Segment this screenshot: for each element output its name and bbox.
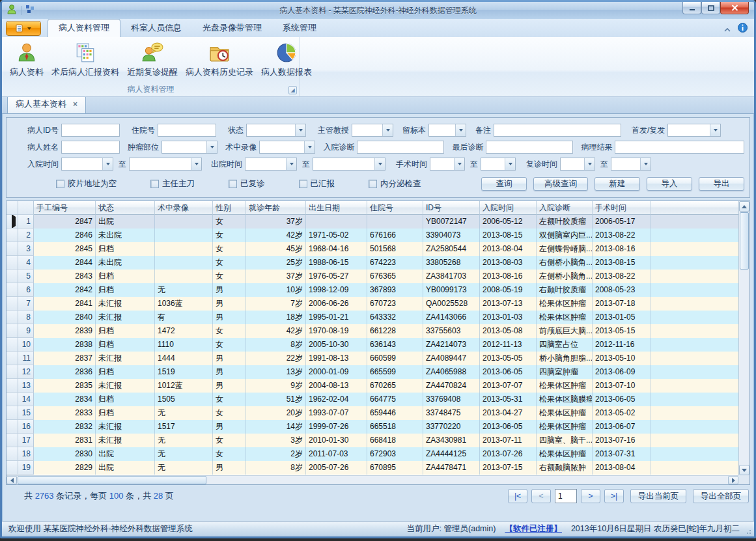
table-row[interactable]: 132835未汇报1012蓝男9岁2004-08-13670265ZA44708…	[7, 379, 738, 393]
table-row[interactable]: 52843归档女37岁1976-05-27676365ZA38417032013…	[7, 270, 738, 283]
table-row[interactable]: 82840未汇报有男18岁1995-01-21643332ZA414306620…	[7, 311, 738, 324]
maximize-button[interactable]	[701, 2, 720, 14]
application-menu-button[interactable]	[6, 21, 41, 36]
chevron-down-icon	[191, 158, 201, 170]
report-chart-icon	[275, 42, 298, 64]
admission-dx-input[interactable]	[357, 141, 444, 154]
column-header[interactable]: 出生日期	[306, 201, 367, 215]
scroll-down-icon[interactable]	[739, 465, 749, 475]
recent-followup-reminder-button[interactable]: 近期复诊提醒	[123, 40, 182, 79]
export-all-pages-button[interactable]: 导出全部页	[693, 489, 749, 503]
import-button[interactable]: 导入	[647, 177, 692, 191]
scroll-left-icon[interactable]	[7, 476, 17, 484]
tab-disc-video-management[interactable]: 光盘录像带管理	[192, 20, 272, 37]
checkbox-chief-surgeon[interactable]: 主任主刀	[150, 178, 195, 189]
scroll-up-icon[interactable]	[739, 201, 749, 212]
tab-close-icon[interactable]: ×	[73, 100, 77, 109]
first-page-button[interactable]: |<	[508, 489, 527, 503]
status-select[interactable]	[246, 124, 306, 137]
tab-system-management[interactable]: 系统管理	[272, 20, 327, 37]
current-page-input[interactable]	[555, 489, 577, 503]
advanced-query-button[interactable]: 高级查询	[533, 177, 588, 191]
dialog-launcher-icon[interactable]: ◢	[288, 86, 297, 94]
patient-data-report-button[interactable]: 病人数据报表	[257, 40, 316, 79]
tab-patient-data-management[interactable]: 病人资料管理	[48, 19, 120, 37]
first-recur-select[interactable]	[667, 124, 721, 137]
prev-page-button[interactable]: <	[531, 489, 551, 503]
remark-input[interactable]	[494, 124, 621, 137]
column-header[interactable]: 术中录像	[155, 201, 213, 215]
table-row[interactable]: 162832未汇报1517男14岁1999-07-266655183377022…	[7, 420, 738, 434]
table-row[interactable]: 182830出院无女2岁2011-07-03672903ZA4444125201…	[7, 447, 738, 461]
admission-time-from-select[interactable]	[61, 158, 113, 171]
inpatient-no-input[interactable]	[158, 124, 216, 137]
column-header[interactable]: 入院诊断	[537, 201, 593, 215]
surgery-time-to-select[interactable]	[481, 158, 516, 171]
intraop-video-select[interactable]	[259, 141, 315, 154]
minimize-button[interactable]	[682, 2, 701, 14]
column-header[interactable]: 就诊年龄	[246, 201, 306, 215]
specimen-select[interactable]	[428, 124, 466, 137]
info-icon[interactable]	[738, 23, 748, 35]
vscroll-thumb[interactable]	[740, 212, 749, 270]
close-button[interactable]	[720, 2, 749, 14]
table-row[interactable]: 102838归档1110女8岁2005-10-30636143ZA4214073…	[7, 338, 738, 352]
hscroll-thumb[interactable]	[18, 476, 206, 484]
column-header[interactable]: 手工编号	[34, 201, 96, 215]
table-row[interactable]: 112837未汇报1444男22岁1991-08-13660599ZA40894…	[7, 352, 738, 365]
column-header[interactable]: 住院号	[367, 201, 423, 215]
next-page-button[interactable]: >	[581, 489, 600, 503]
table-row[interactable]: 172831未汇报无女3岁2010-01-30668418ZA343098120…	[7, 434, 738, 447]
ribbon-collapse-icon[interactable]	[723, 23, 731, 35]
vertical-scrollbar[interactable]	[738, 201, 749, 475]
patient-name-input[interactable]	[61, 141, 120, 154]
column-header[interactable]: ID号	[423, 201, 480, 215]
grid-cell: 男	[213, 379, 246, 393]
table-row[interactable]: 192829出院无男8岁2005-07-26670895ZA4478471201…	[7, 461, 738, 475]
followup-time-from-select[interactable]	[560, 158, 595, 171]
tab-department-staff[interactable]: 科室人员信息	[120, 20, 192, 37]
query-button[interactable]: 查询	[481, 177, 527, 191]
table-row[interactable]: 142834归档1505女51岁1962-02-0466477533769408…	[7, 393, 738, 406]
patient-data-button[interactable]: 病人资料	[6, 40, 48, 79]
column-header[interactable]: 性别	[213, 201, 246, 215]
checkbox-reported[interactable]: 已汇报	[299, 178, 335, 189]
table-row[interactable]: 92839归档1472女42岁1970-08-19661228337556032…	[7, 324, 738, 338]
horizontal-scrollbar[interactable]	[7, 475, 738, 484]
followup-time-to-select[interactable]	[611, 158, 651, 171]
export-current-page-button[interactable]: 导出当前页	[630, 489, 686, 503]
column-header[interactable]: 入院时间	[480, 201, 537, 215]
table-row[interactable]: 32845归档女45岁1968-04-16501568ZA25805442013…	[7, 242, 738, 256]
checkbox-endocrine-exam[interactable]: 内分泌检查	[369, 178, 421, 189]
column-header[interactable]: 状态	[96, 201, 155, 215]
new-button[interactable]: 新建	[595, 177, 640, 191]
admission-time-to-select[interactable]	[129, 158, 202, 171]
table-row[interactable]: 12847出院女37岁YB00721472006-05-12左额叶胶质瘤2006…	[7, 215, 738, 229]
export-button[interactable]: 导出	[699, 177, 744, 191]
table-row[interactable]: 62842归档无男10岁1998-12-09367893YB0099173200…	[7, 283, 738, 297]
resize-grip[interactable]	[745, 528, 751, 534]
table-row[interactable]: 122836归档1519男13岁2000-01-09665599ZA406598…	[7, 365, 738, 379]
tab-patient-basic-info[interactable]: 病人基本资料 ×	[7, 95, 86, 113]
surgery-time-from-select[interactable]	[430, 158, 465, 171]
table-row[interactable]: 72841未汇报1036蓝男7岁2006-06-26670723QA002552…	[7, 297, 738, 311]
tumor-site-select[interactable]	[161, 141, 217, 154]
grid-cell: 男	[213, 420, 246, 434]
patient-data-history-button[interactable]: 病人资料历史记录	[182, 40, 257, 79]
last-page-button[interactable]: >|	[604, 489, 624, 503]
discharge-time-from-select[interactable]	[245, 158, 297, 171]
registered-link[interactable]: 【软件已注册】	[505, 523, 562, 534]
postop-report-data-button[interactable]: 术后病人汇报资料	[48, 40, 123, 79]
scroll-right-icon[interactable]	[728, 476, 738, 484]
professor-select[interactable]	[352, 124, 393, 137]
table-row[interactable]: 22846未出院女42岁1971-05-02676166339040732013…	[7, 229, 738, 242]
column-header[interactable]: 手术时间	[593, 201, 651, 215]
discharge-time-to-select[interactable]	[313, 158, 385, 171]
checkbox-followed-up[interactable]: 已复诊	[229, 178, 265, 189]
final-dx-input[interactable]	[486, 141, 573, 154]
patient-id-input[interactable]	[61, 124, 120, 137]
checkbox-film-address-empty[interactable]: 胶片地址为空	[56, 178, 117, 189]
table-row[interactable]: 42844未出院女25岁1988-06-15674223338052682013…	[7, 256, 738, 270]
pathology-input[interactable]	[615, 141, 744, 154]
table-row[interactable]: 152833归档无女20岁1993-07-0765944633748475201…	[7, 406, 738, 420]
